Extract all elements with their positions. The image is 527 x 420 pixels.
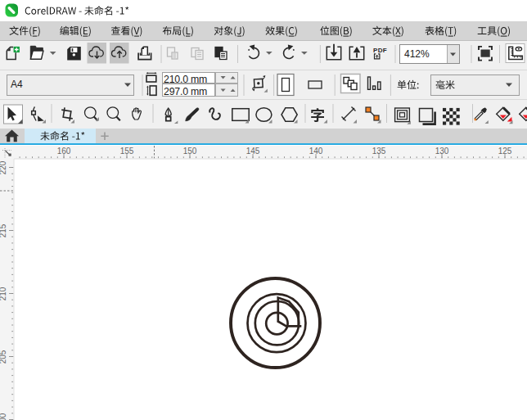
svg-text:PDF: PDF <box>373 47 387 54</box>
